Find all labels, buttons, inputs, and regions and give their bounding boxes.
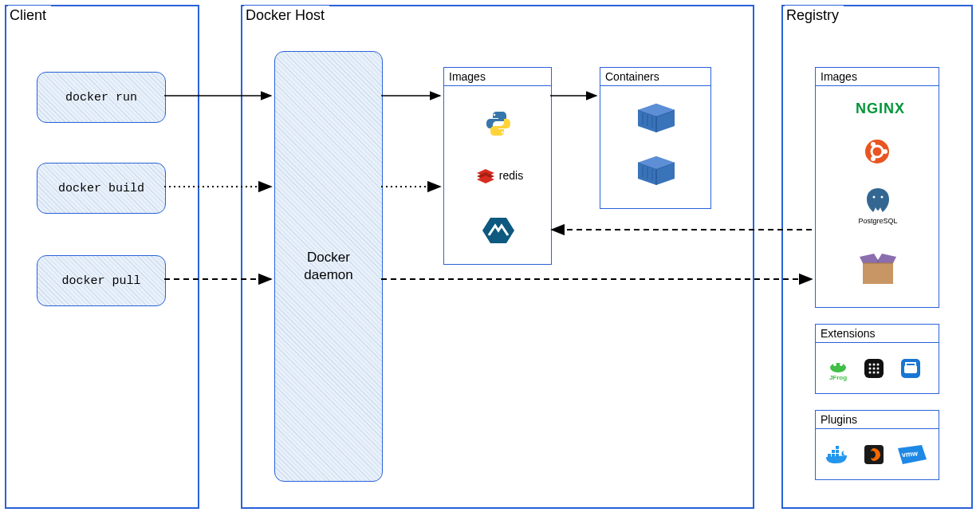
host-title: Docker Host <box>244 6 329 26</box>
registry-extensions-title: Extensions <box>816 325 939 343</box>
package-icon <box>857 251 899 286</box>
host-containers-title: Containers <box>600 68 710 86</box>
client-title: Client <box>8 6 51 26</box>
registry-images-box: Images NGINX PostgreSQL <box>815 67 939 308</box>
docker-plugin-icon <box>824 444 851 467</box>
svg-point-18 <box>873 368 876 370</box>
svg-point-17 <box>869 368 872 370</box>
svg-point-1 <box>502 132 504 134</box>
svg-point-7 <box>871 156 876 161</box>
jfrog-label: JFrog <box>829 374 847 381</box>
docker-daemon: Docker daemon <box>274 51 383 482</box>
host-section: Docker Host Docker daemon Images redis <box>241 5 754 509</box>
registry-plugins-title: Plugins <box>816 411 939 429</box>
cmd-label: docker build <box>58 182 144 195</box>
svg-point-10 <box>830 363 846 372</box>
svg-point-5 <box>883 149 888 154</box>
cmd-docker-run: docker run <box>37 72 166 123</box>
svg-point-15 <box>873 364 876 366</box>
nginx-icon: NGINX <box>844 98 916 119</box>
svg-point-11 <box>833 363 836 366</box>
vmware-icon: vmw <box>897 444 927 465</box>
nginx-label: NGINX <box>856 100 905 117</box>
portainer-icon <box>862 356 886 380</box>
svg-point-19 <box>877 368 880 370</box>
svg-point-0 <box>494 114 496 116</box>
svg-point-14 <box>869 364 872 366</box>
ubuntu-icon <box>864 138 891 165</box>
cmd-label: docker run <box>65 91 137 104</box>
cmd-docker-pull: docker pull <box>37 255 166 306</box>
svg-point-6 <box>871 142 876 147</box>
container-1-icon <box>636 101 677 133</box>
daemon-label: Docker daemon <box>304 249 352 284</box>
disk-usage-icon <box>899 356 923 380</box>
grafana-icon <box>862 443 886 467</box>
registry-title: Registry <box>785 6 844 26</box>
svg-point-20 <box>869 372 872 374</box>
svg-rect-24 <box>904 365 917 373</box>
host-images-box: Images redis <box>443 67 552 265</box>
registry-images-title: Images <box>816 68 939 86</box>
registry-extensions-box: Extensions JFrog <box>815 324 939 394</box>
svg-point-22 <box>877 372 880 374</box>
redis-label: redis <box>499 169 523 182</box>
postgresql-icon: PostgreSQL <box>852 186 903 226</box>
redis-icon: redis <box>463 163 535 187</box>
svg-point-12 <box>840 363 843 366</box>
jfrog-icon: JFrog <box>824 355 852 384</box>
svg-rect-28 <box>832 450 835 453</box>
postgresql-label: PostgreSQL <box>858 217 897 225</box>
alpine-icon <box>481 215 516 246</box>
host-images-title: Images <box>444 68 551 86</box>
svg-point-16 <box>877 364 880 366</box>
svg-rect-30 <box>836 446 839 449</box>
host-containers-box: Containers <box>600 67 711 209</box>
client-section: Client docker run docker build docker pu… <box>5 5 199 509</box>
registry-section: Registry Images NGINX PostgreSQL <box>781 5 973 509</box>
svg-rect-31 <box>864 445 884 464</box>
registry-plugins-box: Plugins vmw <box>815 410 939 480</box>
cmd-docker-build: docker build <box>37 163 166 214</box>
svg-point-8 <box>873 196 876 199</box>
container-2-icon <box>636 154 677 186</box>
python-icon <box>482 108 514 140</box>
svg-rect-29 <box>836 450 839 453</box>
svg-point-21 <box>873 372 876 374</box>
svg-rect-25 <box>828 454 831 457</box>
svg-point-9 <box>881 196 884 199</box>
cmd-label: docker pull <box>61 274 140 288</box>
